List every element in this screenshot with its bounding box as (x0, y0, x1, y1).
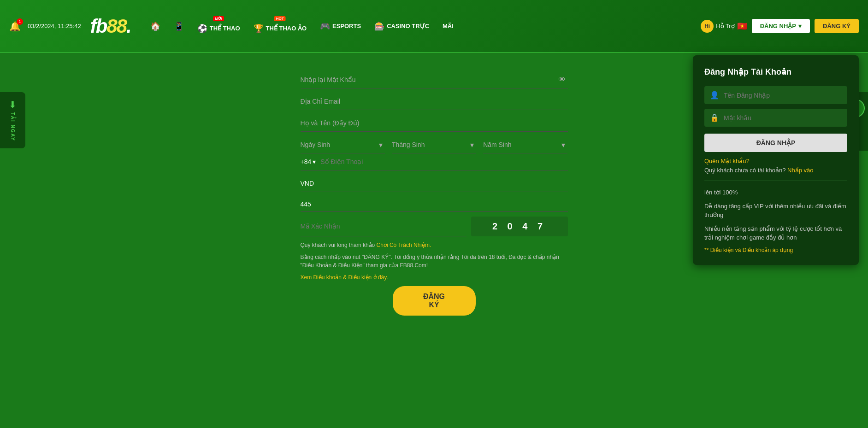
captcha-row: 2 0 4 7 (301, 217, 568, 236)
year-select[interactable]: Năm Sinh (483, 136, 567, 153)
nav-the-thao-label: THỂ THAO (210, 25, 240, 32)
captcha-code: 2 0 4 7 (492, 221, 546, 231)
phone-prefix-chevron-icon: ▾ (313, 158, 316, 165)
captcha-display: 2 0 4 7 (471, 217, 568, 236)
month-select-group: Tháng Sinh ▾ (392, 136, 476, 153)
popup-promo1: lên tới 100% (704, 188, 847, 197)
login-label: ĐĂNG NHẬP (760, 23, 796, 29)
popup-disclaimer: ** Điều kiện và Điều khoản áp dụng (704, 247, 847, 253)
popup-promo3: Nhiều nền tảng sản phẩm với tỷ lệ cược t… (704, 224, 847, 242)
header: 🔔 1 03/2/2024, 11:25:42 fb88. 🏠 📱 MỚI ⚽ … (0, 0, 868, 53)
notification-badge: 1 (17, 18, 23, 25)
download-icon[interactable]: ⬇ (9, 99, 17, 110)
terms-responsible: Quý khách vui lòng tham khảo Chơi Có Trá… (301, 241, 568, 249)
nav-esports[interactable]: 🎮 ESPORTS (314, 18, 366, 35)
email-field (301, 93, 568, 110)
confirm-password-field: 👁 (301, 71, 568, 88)
terms-link-row: Xem Điều khoản & Điều kiện ở đây. (301, 273, 568, 281)
confirm-password-input[interactable] (301, 71, 568, 88)
casino-icon: 🎰 (374, 21, 384, 31)
user-icon: 👤 (710, 91, 719, 100)
popup-register-link[interactable]: Nhấp vào (787, 167, 813, 174)
terms-main-text: Bằng cách nhấp vào nút "ĐĂNG KÝ". Tôi đồ… (301, 254, 559, 269)
popup-username-field: 👤 (704, 86, 847, 104)
flag-icon: 🇻🇳 (737, 21, 747, 31)
popup-no-account-text: Quý khách chưa có tài khoản? Nhấp vào (704, 167, 847, 174)
terms-conditions-link[interactable]: Xem Điều khoản & Điều kiện ở đây. (301, 274, 388, 281)
chevron-down-icon: ▾ (798, 23, 802, 29)
fullname-field (301, 115, 568, 132)
popup-password-input[interactable] (724, 114, 842, 122)
popup-password-field: 🔒 (704, 109, 847, 127)
nav-mobile[interactable]: 📱 (168, 18, 189, 35)
captcha-input[interactable] (301, 217, 466, 236)
header-right: Hi Hỗ Trợ 🇻🇳 ĐĂNG NHẬP ▾ ĐĂNG KÝ (701, 19, 859, 33)
badge-hot: HOT (274, 16, 286, 21)
currency-value: VND (301, 180, 314, 187)
currency-display: VND (301, 175, 568, 192)
login-button[interactable]: ĐĂNG NHẬP ▾ (752, 19, 810, 33)
nav-home[interactable]: 🏠 (145, 18, 166, 35)
logo[interactable]: fb88. (90, 15, 131, 37)
phone-prefix-selector[interactable]: +84 ▾ (301, 158, 316, 165)
register-form: 👁 Ngày Sinh ▾ Tháng Sinh ▾ (282, 62, 586, 325)
support-icon: Hi (701, 20, 714, 33)
main-content: 👁 Ngày Sinh ▾ Tháng Sinh ▾ (0, 53, 868, 334)
phone-row: +84 ▾ (301, 158, 568, 170)
eye-icon[interactable]: 👁 (558, 76, 566, 84)
nav-esports-label: ESPORTS (332, 23, 361, 29)
responsible-link[interactable]: Chơi Có Trách Nhiệm. (377, 242, 431, 248)
day-select[interactable]: Ngày Sinh (301, 136, 385, 153)
popup-title: Đăng Nhập Tài Khoản (704, 67, 847, 77)
code-display: 445 (301, 197, 568, 212)
side-left-text: TẢI NGAY (10, 112, 15, 141)
mobile-icon: 📱 (174, 21, 184, 31)
fullname-input[interactable] (301, 115, 568, 131)
phone-input[interactable] (320, 158, 567, 165)
month-select[interactable]: Tháng Sinh (392, 136, 476, 153)
home-icon: 🏠 (150, 21, 160, 31)
side-panel-left: ⬇ TẢI NGAY (0, 92, 25, 148)
popup-divider (704, 181, 847, 181)
nav-menu: 🏠 📱 MỚI ⚽ THỂ THAO HOT 🏆 THỂ THAO ẢO 🎮 E… (145, 15, 701, 37)
notification-bell[interactable]: 🔔 1 (9, 21, 21, 32)
nav-casino-label: CASINO TRỰC (387, 23, 429, 29)
gamepad-icon: 🎮 (320, 21, 330, 31)
code-value: 445 (301, 200, 311, 208)
terms-text1: Quý khách vui lòng tham khảo (301, 242, 375, 248)
day-select-group: Ngày Sinh ▾ (301, 136, 385, 153)
lock-icon: 🔒 (710, 113, 719, 122)
support-button[interactable]: Hi Hỗ Trợ 🇻🇳 (701, 20, 747, 33)
birthday-row: Ngày Sinh ▾ Tháng Sinh ▾ Năm Sinh ▾ (301, 136, 568, 153)
logo-num: 88 (106, 15, 126, 37)
no-account-label: Quý khách chưa có tài khoản? (704, 167, 785, 174)
nav-the-thao-ao-label: THỂ THAO ẢO (266, 25, 307, 32)
submit-register-button[interactable]: ĐĂNG KÝ (393, 286, 476, 316)
trophy-icon: 🏆 (254, 23, 264, 34)
header-left: 🔔 1 03/2/2024, 11:25:42 (9, 21, 81, 32)
terms-text-main: Bằng cách nhấp vào nút "ĐĂNG KÝ". Tôi đồ… (301, 253, 568, 270)
nav-casino[interactable]: 🎰 CASINO TRỰC (369, 18, 435, 35)
login-popup: Đăng Nhập Tài Khoản 👤 🔒 ĐĂNG NHẬP Quên M… (693, 55, 859, 265)
football-icon: ⚽ (197, 23, 207, 34)
popup-promo2: Dễ dàng tăng cấp VIP với thêm nhiều ưu đ… (704, 202, 847, 220)
logo-dot: . (126, 15, 131, 37)
email-input[interactable] (301, 93, 568, 110)
badge-moi: MỚI (213, 16, 224, 21)
nav-the-thao-ao[interactable]: HOT 🏆 THỂ THAO ẢO (248, 15, 313, 37)
popup-login-label: ĐĂNG NHẬP (756, 139, 796, 147)
support-label: Hỗ Trợ (716, 23, 735, 29)
register-label: ĐĂNG KÝ (823, 23, 850, 29)
popup-forgot-link[interactable]: Quên Mật khẩu? (704, 158, 847, 164)
phone-prefix-value: +84 (301, 158, 312, 165)
popup-username-input[interactable] (724, 92, 842, 99)
register-button[interactable]: ĐĂNG KÝ (815, 19, 859, 33)
logo-fb: fb (90, 15, 107, 37)
header-datetime: 03/2/2024, 11:25:42 (28, 23, 81, 29)
nav-the-thao[interactable]: MỚI ⚽ THỂ THAO (192, 15, 246, 37)
year-select-group: Năm Sinh ▾ (483, 136, 567, 153)
nav-mai-label: MÃI (443, 23, 454, 29)
nav-mai[interactable]: MÃI (437, 19, 459, 33)
popup-login-button[interactable]: ĐĂNG NHẬP (704, 134, 847, 152)
submit-label: ĐĂNG KÝ (423, 293, 445, 309)
